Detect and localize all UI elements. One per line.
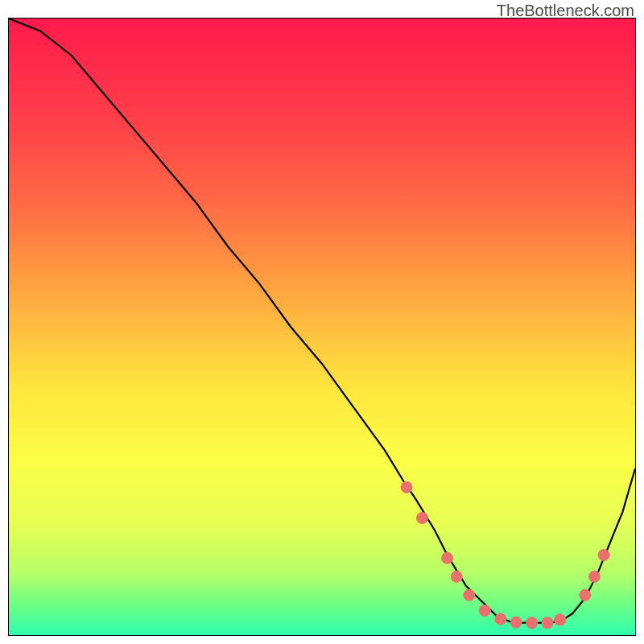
data-marker [579, 589, 591, 601]
data-marker [526, 617, 538, 629]
data-marker [463, 589, 475, 601]
data-marker [479, 605, 491, 617]
data-marker [451, 571, 463, 583]
data-marker [441, 552, 453, 564]
data-marker [401, 481, 413, 493]
chart-svg [9, 19, 635, 635]
chart-container: TheBottleneck.com [0, 0, 644, 644]
data-marker [542, 617, 554, 629]
data-marker [598, 549, 610, 561]
data-marker [510, 616, 522, 628]
data-marker [416, 512, 428, 524]
plot-area [8, 18, 636, 636]
bottleneck-curve [9, 19, 635, 623]
data-marker [554, 613, 566, 625]
data-marker [494, 613, 506, 625]
data-marker [588, 571, 601, 583]
